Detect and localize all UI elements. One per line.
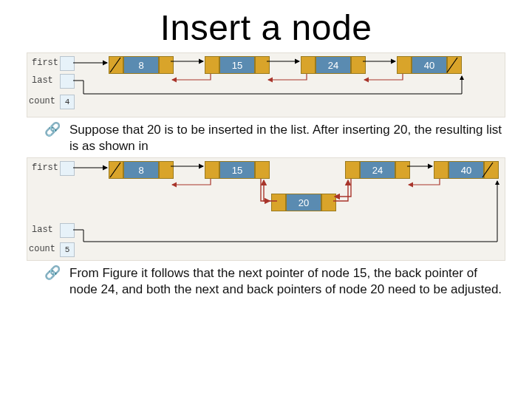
bullet-1: 🔗 Suppose that 20 is to be inserted in t…	[44, 122, 505, 154]
link-icon: 🔗	[44, 265, 61, 298]
node-value: 8	[123, 161, 159, 179]
node-40: 40	[434, 161, 499, 179]
node-value: 24	[360, 161, 395, 179]
box-count: 4	[60, 95, 75, 109]
node-value: 15	[219, 56, 255, 74]
box-first	[60, 56, 75, 71]
page-title: Insert a node	[0, 7, 532, 48]
count-value: 4	[65, 98, 70, 106]
node-24: 24	[301, 56, 366, 74]
node-8: 8	[109, 56, 174, 74]
bullet-text: Suppose that 20 is to be inserted in the…	[69, 122, 505, 154]
label-first: first	[32, 58, 58, 68]
box-first	[60, 161, 75, 176]
figure-after-insert: first last count 5 8 15 24 40 20	[27, 157, 505, 261]
slide: Insert a node first last count 4 8 15 24…	[0, 7, 532, 399]
node-15: 15	[205, 161, 270, 179]
label-last: last	[32, 225, 53, 235]
node-value: 8	[123, 56, 159, 74]
box-last	[60, 223, 75, 238]
node-value: 40	[412, 56, 447, 74]
node-40: 40	[397, 56, 462, 74]
node-value: 20	[286, 194, 321, 211]
node-20: 20	[271, 194, 336, 211]
box-count: 5	[60, 242, 75, 257]
bullet-text: From Figure it follows that the next poi…	[69, 265, 505, 298]
node-8: 8	[109, 161, 174, 179]
label-first: first	[32, 163, 58, 173]
node-value: 40	[449, 161, 484, 179]
count-value: 5	[65, 245, 70, 254]
node-24: 24	[345, 161, 410, 179]
figure-before-insert: first last count 4 8 15 24 40	[27, 52, 505, 117]
label-count: count	[29, 96, 55, 106]
node-value: 15	[219, 161, 255, 179]
node-15: 15	[205, 56, 270, 74]
label-last: last	[32, 75, 53, 86]
label-count: count	[29, 244, 55, 254]
bullet-2: 🔗 From Figure it follows that the next p…	[44, 265, 505, 298]
node-value: 24	[316, 56, 351, 74]
link-icon: 🔗	[44, 122, 61, 154]
box-last	[60, 74, 75, 89]
